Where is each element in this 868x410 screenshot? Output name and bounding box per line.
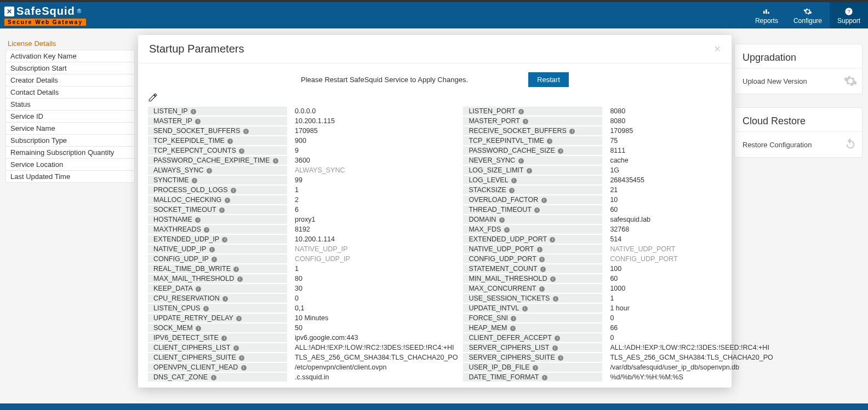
param-value: TLS_AES_256_GCM_SHA384:TLS_CHACHA20_PO [287, 354, 458, 361]
param-row: MAXTHREADS i8192 [148, 224, 458, 234]
info-icon[interactable]: i [204, 227, 209, 233]
sidebar-header[interactable]: License Details [5, 37, 135, 50]
info-icon[interactable]: i [523, 119, 528, 124]
info-icon[interactable]: i [539, 286, 545, 292]
info-icon[interactable]: i [511, 316, 516, 321]
info-icon[interactable]: i [239, 148, 244, 154]
info-icon[interactable]: i [192, 178, 197, 183]
info-icon[interactable]: i [558, 355, 563, 361]
param-row: MASTER_IP i10.200.1.115 [148, 116, 458, 126]
close-icon[interactable]: × [714, 43, 721, 55]
sidebar-item[interactable]: Creator Details [5, 74, 135, 86]
info-icon[interactable]: i [534, 207, 540, 213]
info-icon[interactable]: i [550, 276, 556, 282]
info-icon[interactable]: i [558, 148, 563, 154]
sidebar-item[interactable]: Subscription Type [5, 134, 135, 147]
param-label: CONFIG_UDP_IP i [148, 255, 287, 263]
restore-icon [843, 137, 858, 152]
param-value: /var/db/safesquid/user_ip_db/sopenvpn.db [602, 363, 773, 371]
info-icon[interactable]: i [227, 138, 233, 144]
sidebar-item[interactable]: Status [5, 98, 135, 111]
info-icon[interactable]: i [547, 138, 552, 144]
nav-reports[interactable]: Reports [747, 2, 786, 28]
info-icon[interactable]: i [221, 336, 227, 341]
brand-registered: ® [77, 8, 81, 14]
info-icon[interactable]: i [196, 326, 201, 331]
info-icon[interactable]: i [522, 306, 528, 311]
info-icon[interactable]: i [231, 188, 236, 193]
info-icon[interactable]: i [504, 227, 510, 233]
edit-button[interactable] [148, 93, 732, 104]
info-icon[interactable]: i [222, 296, 228, 302]
param-value: 66 [602, 324, 773, 332]
param-row: SOCK_MEM i50 [148, 323, 458, 333]
info-icon[interactable]: i [537, 247, 542, 252]
info-icon[interactable]: i [273, 158, 278, 164]
param-row: KEEP_DATA i30 [148, 284, 458, 293]
info-icon[interactable]: i [212, 257, 217, 262]
restart-button[interactable]: Restart [528, 72, 569, 87]
info-icon[interactable]: i [203, 306, 209, 311]
param-value: ALL:!ADH:!EXP:!LOW:!RC2:!3DES:!SEED:!RC4… [602, 344, 773, 351]
info-icon[interactable]: i [207, 168, 212, 174]
info-icon[interactable]: i [542, 375, 547, 380]
nav-configure[interactable]: Configure [786, 2, 830, 28]
info-icon[interactable]: i [509, 188, 515, 193]
sidebar-item[interactable]: Remaining Subscription Quantity [5, 146, 135, 159]
param-label: THREAD_TIMEOUT i [463, 205, 602, 214]
info-icon[interactable]: i [239, 355, 244, 361]
sidebar-item[interactable]: Activation Key Name [5, 50, 135, 62]
sidebar-item[interactable]: Service Location [5, 158, 135, 171]
sidebar-item[interactable]: Service Name [5, 122, 135, 135]
info-icon[interactable]: i [233, 345, 239, 351]
nav-support[interactable]: ? Support [830, 2, 868, 28]
param-row: REAL_TIME_DB_WRITE i1 [148, 264, 458, 274]
info-icon[interactable]: i [195, 217, 201, 223]
info-icon[interactable]: i [209, 247, 215, 252]
info-icon[interactable]: i [191, 109, 196, 114]
info-icon[interactable]: i [499, 217, 505, 223]
info-icon[interactable]: i [550, 237, 555, 242]
info-icon[interactable]: i [541, 198, 547, 203]
param-value: cache [602, 157, 773, 164]
param-row: IPV6_DETECT_SITE iipv6.google.com:443 [148, 333, 458, 343]
info-icon[interactable]: i [241, 365, 247, 371]
info-icon[interactable]: i [533, 365, 538, 371]
info-icon[interactable]: i [211, 375, 216, 380]
info-icon[interactable]: i [539, 257, 545, 262]
param-value: 8111 [602, 147, 773, 154]
info-icon[interactable]: i [510, 326, 516, 331]
param-row: CLIENT_CIPHERS_SUITE iTLS_AES_256_GCM_SH… [148, 353, 458, 362]
param-value: safesquid.lab [602, 216, 773, 223]
info-icon[interactable]: i [236, 316, 242, 321]
info-icon[interactable]: i [553, 296, 558, 302]
sidebar-item[interactable]: Subscription Start [5, 62, 135, 74]
sidebar-item[interactable]: Service ID [5, 110, 135, 123]
info-icon[interactable]: i [518, 109, 524, 114]
info-icon[interactable]: i [555, 336, 560, 341]
info-icon[interactable]: i [540, 267, 546, 272]
info-icon[interactable]: i [219, 207, 225, 213]
upload-new-version[interactable]: Upload New Version [735, 68, 862, 94]
info-icon[interactable]: i [243, 129, 249, 134]
info-icon[interactable]: i [237, 276, 243, 282]
info-icon[interactable]: i [196, 286, 201, 292]
info-icon[interactable]: i [569, 129, 575, 134]
param-row: EXTENDED_UDP_PORT i514 [463, 234, 773, 244]
info-icon[interactable]: i [527, 168, 532, 174]
param-row: EXTENDED_UDP_IP i10.200.1.114 [148, 234, 458, 244]
param-value: proxy1 [287, 216, 458, 223]
param-label: USE_SESSION_TICKETS i [463, 294, 602, 303]
info-icon[interactable]: i [233, 267, 239, 272]
sidebar-item[interactable]: Contact Details [5, 86, 135, 99]
param-value: 60 [602, 206, 773, 213]
info-icon[interactable]: i [518, 158, 524, 164]
sidebar-item[interactable]: Last Updated Time [5, 170, 135, 183]
info-icon[interactable]: i [225, 198, 230, 203]
modal-title: Startup Parameters [149, 43, 244, 55]
info-icon[interactable]: i [222, 237, 227, 242]
info-icon[interactable]: i [552, 345, 558, 351]
nav-support-label: Support [837, 17, 860, 25]
info-icon[interactable]: i [511, 178, 517, 183]
info-icon[interactable]: i [195, 119, 201, 124]
